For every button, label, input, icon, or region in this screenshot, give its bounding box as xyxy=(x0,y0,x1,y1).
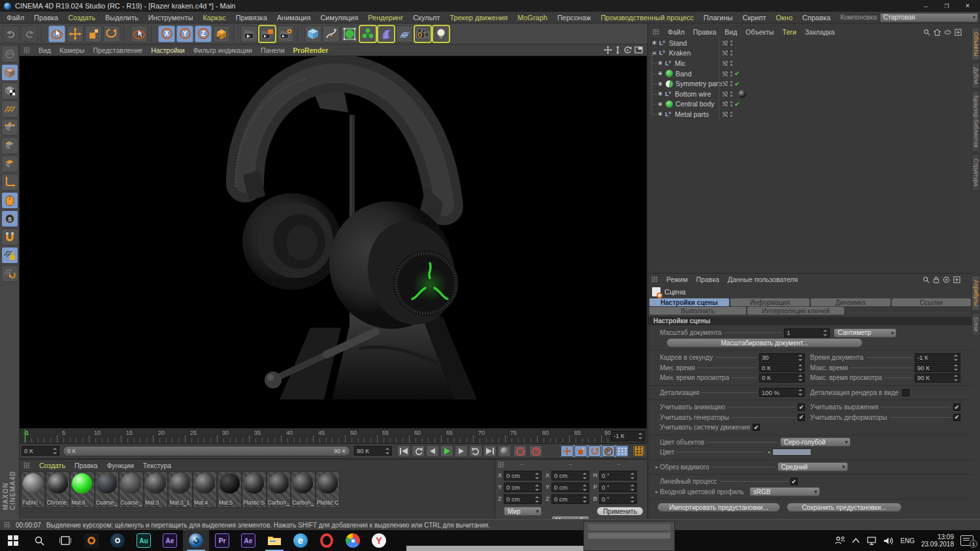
menu-sculpt[interactable]: Скульпт xyxy=(413,14,440,22)
material-swatch[interactable]: Carbon_ xyxy=(267,471,291,508)
menu-select[interactable]: Выделить xyxy=(105,14,139,22)
steam-icon[interactable] xyxy=(105,530,131,551)
linear-workflow-checkbox[interactable] xyxy=(791,478,798,485)
object-row-symmetry-parts[interactable]: Symmetry parts xyxy=(649,78,965,89)
object-row-mic[interactable]: Mic xyxy=(649,58,965,69)
material-swatch[interactable]: Mat.4 xyxy=(193,471,217,508)
lock-z-axis-icon[interactable]: Z xyxy=(195,25,212,42)
tab-layers[interactable]: Слои xyxy=(972,313,980,336)
layer-swatch[interactable] xyxy=(722,91,728,97)
axis-mode-icon[interactable] xyxy=(1,174,18,191)
menu-snap[interactable]: Привязка xyxy=(236,14,267,22)
polygons-mode-icon[interactable] xyxy=(1,155,18,172)
floor-object-icon[interactable] xyxy=(396,25,413,42)
object-name[interactable]: Central body xyxy=(676,100,715,108)
audition-icon[interactable]: Au xyxy=(131,530,157,551)
vp-menu-view[interactable]: Вид xyxy=(39,46,51,54)
object-name[interactable]: Band xyxy=(676,70,692,78)
key-parameter-icon[interactable] xyxy=(602,445,615,457)
min-time-input[interactable]: 0 К xyxy=(759,363,805,372)
after-effects-icon[interactable]: Ae xyxy=(157,530,183,551)
material-swatch[interactable]: Carbon_ xyxy=(291,471,315,508)
menu-motion-tracker[interactable]: Трекер движения xyxy=(449,14,508,22)
next-key-icon[interactable] xyxy=(469,445,482,457)
visibility-dots[interactable] xyxy=(730,40,732,46)
rot-b-input[interactable]: 0 ° xyxy=(599,494,637,504)
key-scale-icon[interactable] xyxy=(574,445,587,457)
menu-simulate[interactable]: Симуляция xyxy=(320,14,358,22)
points-mode-icon[interactable] xyxy=(1,119,18,136)
visibility-dots[interactable] xyxy=(730,101,732,106)
enabled-check-icon[interactable] xyxy=(734,80,741,87)
current-frame-input[interactable]: 0 К xyxy=(22,446,59,456)
model-mode-icon[interactable] xyxy=(1,64,18,81)
expand-icon[interactable] xyxy=(657,91,663,97)
rotate-tool-icon[interactable] xyxy=(103,25,120,42)
vp-menu-display[interactable]: Представление xyxy=(93,46,142,54)
rot-h-input[interactable]: 0 ° xyxy=(599,471,637,480)
menu-help[interactable]: Справка xyxy=(802,14,830,22)
chrome-icon[interactable] xyxy=(340,530,366,551)
use-deformers-checkbox[interactable] xyxy=(953,414,960,421)
viewport-filter-icon[interactable] xyxy=(1,192,18,209)
magnet-icon[interactable] xyxy=(1,228,18,245)
object-name[interactable]: Symmetry parts xyxy=(676,80,724,87)
search-icon[interactable] xyxy=(923,29,930,36)
rotate-view-icon[interactable] xyxy=(623,46,632,54)
volume-icon[interactable] xyxy=(883,537,894,545)
panel-grip[interactable] xyxy=(24,47,30,54)
close-button[interactable] xyxy=(958,1,977,11)
add-panel-icon[interactable] xyxy=(955,29,962,36)
play-icon[interactable] xyxy=(440,445,453,457)
enabled-check-icon[interactable] xyxy=(734,101,741,108)
lod-input[interactable]: 100 % xyxy=(759,388,805,397)
visibility-dots[interactable] xyxy=(730,61,732,66)
key-position-icon[interactable] xyxy=(561,445,574,457)
render-to-picture-viewer-icon[interactable] xyxy=(259,25,276,42)
menu-plugins[interactable]: Плагины xyxy=(704,14,733,22)
pos-z-input[interactable]: 0 cm xyxy=(504,494,542,504)
material-swatch[interactable]: Mat.6 xyxy=(70,471,94,508)
people-icon[interactable] xyxy=(835,536,845,545)
object-row-bottom-wire[interactable]: Bottom wire xyxy=(649,89,965,99)
use-motion-checkbox[interactable] xyxy=(753,424,760,431)
enabled-check-icon[interactable] xyxy=(734,70,741,77)
autokey-icon[interactable] xyxy=(514,445,527,457)
notification-icon[interactable]: 1 xyxy=(960,535,973,546)
expand-icon[interactable] xyxy=(657,111,663,117)
tab-info[interactable]: Информация xyxy=(730,298,810,306)
redo-icon[interactable] xyxy=(21,25,38,42)
scale-z-input[interactable]: 0 cm xyxy=(551,494,589,504)
visibility-dots[interactable] xyxy=(730,81,732,86)
tab-dynamics[interactable]: Динамика xyxy=(811,298,890,306)
pos-y-input[interactable]: 0 cm xyxy=(504,482,542,492)
am-menu-edit[interactable]: Правка xyxy=(696,276,719,283)
layer-swatch[interactable] xyxy=(722,40,728,46)
visibility-dots[interactable] xyxy=(730,91,732,97)
layer-swatch[interactable] xyxy=(722,60,728,67)
object-row-band[interactable]: Band xyxy=(649,69,965,79)
coordinate-system-icon[interactable] xyxy=(213,25,230,42)
expand-icon[interactable] xyxy=(657,81,663,87)
use-expressions-checkbox[interactable] xyxy=(953,403,960,411)
scale-tool-icon[interactable] xyxy=(85,25,102,42)
yandex-browser-icon[interactable]: Y xyxy=(366,530,392,551)
timeline-ruler[interactable]: -1 5 10 15 20 25 30 35 40 45 50 55 60 65… xyxy=(20,428,647,444)
om-menu-view[interactable]: Вид xyxy=(725,28,737,36)
object-row-stand[interactable]: Stand xyxy=(649,38,965,48)
mograph-cloner-icon[interactable] xyxy=(359,25,376,42)
light-object-icon[interactable] xyxy=(433,25,449,42)
om-menu-edit[interactable]: Правка xyxy=(693,28,716,36)
layer-swatch[interactable] xyxy=(722,80,728,87)
om-menu-file[interactable]: Файл xyxy=(668,28,685,36)
opera-icon[interactable] xyxy=(314,530,340,551)
align-workplane-icon[interactable] xyxy=(1,265,18,282)
edges-mode-icon[interactable] xyxy=(1,137,18,154)
use-animation-checkbox[interactable] xyxy=(798,403,805,411)
material-swatch[interactable]: Mat.3 xyxy=(144,471,168,508)
om-menu-tags[interactable]: Теги xyxy=(783,28,796,36)
expand-icon[interactable] xyxy=(651,40,657,46)
render-lod-checkbox[interactable] xyxy=(902,389,909,396)
material-tag-icon[interactable] xyxy=(738,90,746,98)
workplane-mode-icon[interactable] xyxy=(1,101,18,118)
